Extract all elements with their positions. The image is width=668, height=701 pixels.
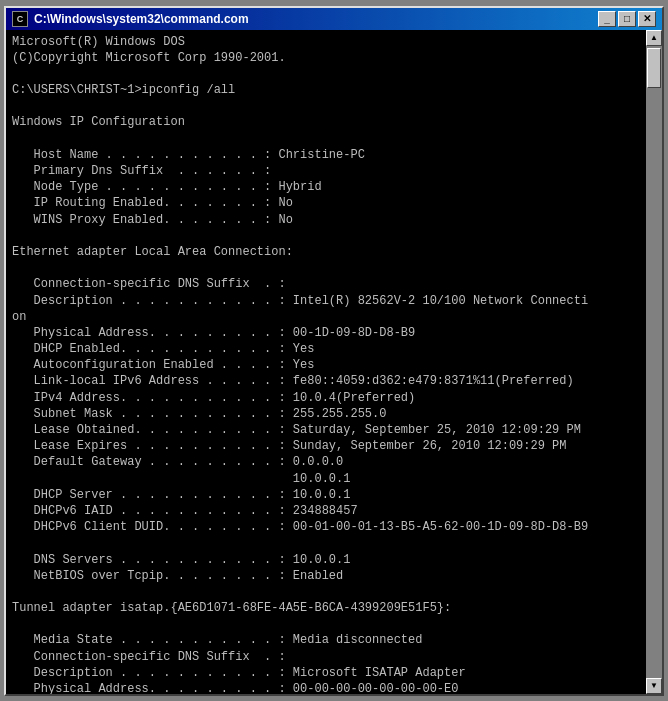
scroll-track	[646, 46, 662, 678]
window-title: C:\Windows\system32\command.com	[34, 12, 249, 26]
title-buttons: _ □ ✕	[598, 11, 656, 27]
maximize-button[interactable]: □	[618, 11, 636, 27]
cmd-window: C C:\Windows\system32\command.com _ □ ✕ …	[4, 6, 664, 696]
terminal-text: Microsoft(R) Windows DOS (C)Copyright Mi…	[12, 34, 640, 694]
cmd-icon: C	[12, 11, 28, 27]
scrollbar[interactable]: ▲ ▼	[646, 30, 662, 694]
scroll-down-button[interactable]: ▼	[646, 678, 662, 694]
terminal-content: Microsoft(R) Windows DOS (C)Copyright Mi…	[6, 30, 646, 694]
title-bar: C C:\Windows\system32\command.com _ □ ✕	[6, 8, 662, 30]
scroll-thumb[interactable]	[647, 48, 661, 88]
title-bar-left: C C:\Windows\system32\command.com	[12, 11, 249, 27]
terminal-container: Microsoft(R) Windows DOS (C)Copyright Mi…	[6, 30, 662, 694]
scroll-up-button[interactable]: ▲	[646, 30, 662, 46]
minimize-button[interactable]: _	[598, 11, 616, 27]
close-button[interactable]: ✕	[638, 11, 656, 27]
